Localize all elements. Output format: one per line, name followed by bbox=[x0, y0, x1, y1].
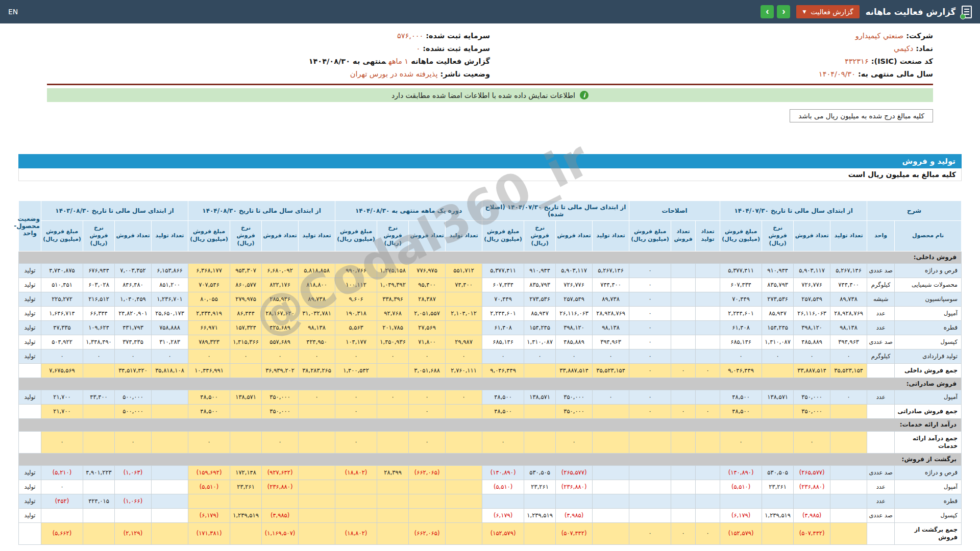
value-cell: (۲۶۵,۵۷۷) bbox=[556, 466, 593, 480]
value-cell bbox=[83, 480, 115, 494]
header-col-a: مبلغ فروش (میلیون ریال) bbox=[482, 221, 524, 252]
value-cell: ۰ bbox=[299, 390, 335, 405]
company-info: شرکت:صنعتي کیمیدارو نماد:دکیمي کد صنعت (… bbox=[47, 30, 933, 85]
value-cell bbox=[524, 405, 556, 419]
value-cell: ۴,۹۰۱,۲۲۳ bbox=[83, 466, 115, 480]
value-cell bbox=[794, 494, 830, 509]
value-cell: ۰ bbox=[629, 349, 671, 363]
next-period-button[interactable]: › bbox=[777, 5, 790, 18]
value-cell: ۱۳۸,۵۷۱ bbox=[230, 390, 262, 405]
value-cell bbox=[446, 405, 482, 419]
report-period-field: گزارش فعالیت ماهانه۱ ماههمنتهی به ۱۴۰۴/۰… bbox=[47, 55, 490, 68]
unit-cell bbox=[867, 363, 895, 378]
value-cell bbox=[152, 522, 188, 544]
value-cell: ۱,۲۳۶,۷۰۱ bbox=[152, 292, 188, 307]
value-cell: ۰ bbox=[629, 390, 671, 405]
value-cell: ۸۱۸,۸۰۰ bbox=[299, 278, 335, 292]
unit-cell: صد عددی bbox=[867, 466, 895, 480]
header-col-t: تعداد تولید bbox=[299, 221, 335, 252]
value-cell: ۰ bbox=[830, 349, 867, 363]
header-description: شرح bbox=[867, 201, 962, 221]
value-cell: ۵,۲۶۷,۱۴۶ bbox=[593, 264, 629, 278]
table-row: قرص و دراژهصد عددی۵,۲۶۷,۱۴۶۵,۹۰۳,۱۱۷۹۱۰,… bbox=[19, 264, 962, 278]
value-cell: ۵۳۰,۵۰۵ bbox=[762, 466, 794, 480]
value-cell: (۴,۹۸۵) bbox=[556, 508, 593, 522]
header-col-r: نرخ فروش (ریال) bbox=[762, 221, 794, 252]
value-cell: ۶۸۵,۱۴۶ bbox=[720, 335, 762, 349]
report-type-select-label: گزارش فعالیت bbox=[811, 8, 853, 16]
value-cell: ۱۰۹,۶۲۴ bbox=[83, 320, 115, 335]
value-cell: ۵,۳۷۷,۴۱۱ bbox=[720, 264, 762, 278]
value-cell: ۲۱۶,۵۱۲ bbox=[83, 292, 115, 307]
value-cell: ۰ bbox=[720, 431, 762, 453]
value-cell: ۵۵۱,۷۱۲ bbox=[446, 264, 482, 278]
value-cell bbox=[83, 508, 115, 522]
field-value: دکیمي bbox=[894, 44, 913, 53]
value-cell: (۴,۹۸۵) bbox=[794, 508, 830, 522]
field-value: ۰ bbox=[416, 44, 421, 53]
value-cell: ۸۰,۰۵۵ bbox=[188, 292, 230, 307]
report-icon[interactable] bbox=[962, 6, 972, 18]
section-row: فروش داخلی: bbox=[19, 251, 962, 264]
value-cell: ۹۱۰,۹۴۴ bbox=[524, 264, 556, 278]
value-cell bbox=[696, 306, 720, 320]
value-cell bbox=[696, 320, 720, 335]
value-cell: (۵۰۷,۴۴۲) bbox=[556, 522, 593, 544]
value-cell: ۲,۷۶۰,۱۱۱ bbox=[446, 363, 482, 378]
value-cell: ۲۰۱,۷۸۵ bbox=[377, 320, 409, 335]
value-cell: ۳۴,۵۱۷,۴۲۰ bbox=[115, 363, 152, 378]
caret-down-icon: ▼ bbox=[802, 10, 806, 14]
value-cell bbox=[446, 292, 482, 307]
previous-period-button[interactable]: ‹ bbox=[761, 5, 774, 18]
value-cell bbox=[446, 522, 482, 544]
value-cell: ۸۲۲,۱۷۶ bbox=[262, 278, 299, 292]
value-cell bbox=[629, 431, 671, 453]
unit-cell: عدد bbox=[867, 480, 895, 494]
value-cell: ۱,۳۴۸,۴۹۰ bbox=[83, 335, 115, 349]
value-cell: ۰ bbox=[335, 349, 377, 363]
value-cell: ۵۰۰,۰۰۰ bbox=[115, 390, 152, 405]
field-label: کد صنعت (ISIC): bbox=[871, 57, 933, 65]
value-cell: ۲۲۵,۲۷۲ bbox=[41, 292, 83, 307]
value-cell: ۰ bbox=[230, 349, 262, 363]
value-cell: ۸۳۵,۷۹۳ bbox=[524, 278, 556, 292]
value-cell: ۰ bbox=[629, 292, 671, 307]
product-name-cell: کپسول bbox=[895, 508, 962, 522]
value-cell bbox=[671, 431, 696, 453]
value-cell: ۷۷۶,۹۷۵ bbox=[409, 264, 446, 278]
report-type-select[interactable]: گزارش فعالیت ▼ bbox=[796, 5, 859, 18]
value-cell: ۱,۴۱۰,۰۸۷ bbox=[524, 335, 556, 349]
value-cell bbox=[830, 522, 867, 544]
header-group-month: دوره یک ماهه منتهی به ۱۴۰۴/۰۸/۳۰ bbox=[335, 201, 482, 221]
value-cell: (۵,۲۱۰) bbox=[41, 466, 83, 480]
value-cell: ۲,۲۴۴,۶۰۱ bbox=[482, 306, 524, 320]
value-cell bbox=[696, 264, 720, 278]
value-cell bbox=[83, 431, 115, 453]
section-label: فروش داخلی: bbox=[19, 251, 962, 264]
value-cell bbox=[152, 494, 188, 509]
value-cell bbox=[446, 431, 482, 453]
header-col-t: تعداد تولید bbox=[446, 221, 482, 252]
value-cell bbox=[230, 522, 262, 544]
value-cell bbox=[671, 278, 696, 292]
unit-cell: کیلوگرم bbox=[867, 278, 895, 292]
value-cell: ۱,۴۵۰,۹۳۶ bbox=[377, 335, 409, 349]
value-cell: ۵۰۴,۹۲۲ bbox=[41, 335, 83, 349]
value-cell: ۱,۴۱۰,۰۸۷ bbox=[762, 335, 794, 349]
table-body: فروش داخلی:قرص و دراژهصد عددی۵,۲۶۷,۱۴۶۵,… bbox=[19, 251, 962, 544]
value-cell: (۶,۱۷۹) bbox=[482, 508, 524, 522]
value-cell: (۴۵۲) bbox=[41, 494, 83, 509]
value-cell: ۷۰,۴۴۹ bbox=[720, 292, 762, 307]
value-cell: ۰ bbox=[629, 278, 671, 292]
notice-text: اطلاعات نمایش داده شده با اطلاعات امضا ش… bbox=[391, 91, 575, 99]
unit-cell bbox=[867, 405, 895, 419]
header-row-groups: شرحاز ابتدای سال مالی تا تاریخ ۱۴۰۴/۰۷/۳… bbox=[19, 201, 962, 221]
language-toggle-en[interactable]: EN bbox=[8, 8, 18, 16]
value-cell: ۰ bbox=[83, 349, 115, 363]
value-cell: ۱,۰۴۰,۴۵۹ bbox=[115, 292, 152, 307]
header-col-t: تعداد تولید bbox=[696, 221, 720, 252]
company-info-right-column: شرکت:صنعتي کیمیدارو نماد:دکیمي کد صنعت (… bbox=[490, 30, 933, 81]
value-cell bbox=[762, 431, 794, 453]
value-cell: ۴۸,۵۰۰ bbox=[482, 390, 524, 405]
value-cell: ۲۸۵,۹۳۶ bbox=[262, 292, 299, 307]
